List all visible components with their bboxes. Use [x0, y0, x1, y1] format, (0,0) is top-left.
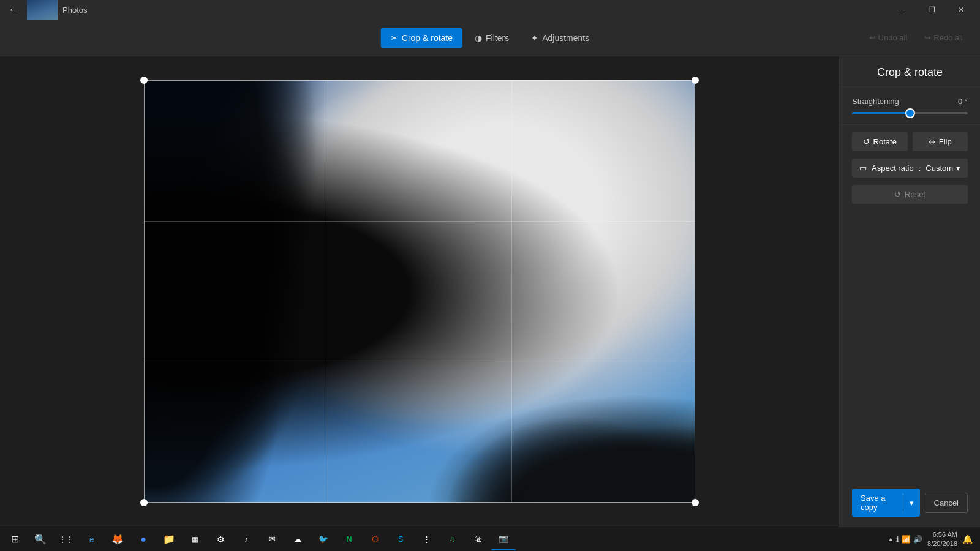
redo-button[interactable]: ↪ Redo all — [919, 31, 968, 45]
taskbar-photos[interactable]: 📷 — [491, 528, 516, 550]
thumbnail-preview — [27, 0, 58, 20]
minimize-button[interactable]: ─ — [888, 0, 916, 20]
save-arrow-icon[interactable]: ▾ — [903, 493, 920, 512]
image-area — [0, 56, 839, 527]
taskbar-app2[interactable]: ⬡ — [363, 528, 387, 550]
handle-bottom-left[interactable] — [140, 499, 148, 506]
tray-show-icon[interactable]: ▲ — [888, 536, 894, 542]
tab-crop-rotate[interactable]: ✂ Crop & rotate — [381, 28, 462, 48]
tab-filters[interactable]: ◑ Filters — [465, 28, 519, 48]
restore-button[interactable]: ❐ — [918, 0, 946, 20]
rotate-label: Rotate — [873, 137, 897, 146]
cancel-button[interactable]: Cancel — [925, 493, 968, 513]
right-panel: Crop & rotate Straightening 0 ° ↺ Rotate… — [839, 56, 980, 527]
back-icon: ← — [9, 4, 18, 15]
flip-label: Flip — [939, 137, 952, 146]
aspect-ratio-colon: : — [919, 163, 921, 173]
filters-icon: ◑ — [475, 33, 482, 43]
taskbar-right: ▲ ℹ 📶 🔊 6:56 AM 8/20/2018 🔔 — [888, 530, 978, 548]
handle-top-left[interactable] — [140, 77, 148, 84]
taskbar-skype[interactable]: S — [388, 528, 413, 550]
straightening-label: Straightening — [852, 97, 899, 106]
chevron-down-icon: ▾ — [956, 163, 960, 173]
taskbar-settings[interactable]: ⚙ — [208, 528, 233, 550]
tray-info-icon: ℹ — [896, 535, 899, 544]
crop-rotate-label: Crop & rotate — [402, 33, 453, 43]
reset-button[interactable]: ↺ Reset — [852, 185, 968, 204]
reset-icon: ↺ — [894, 190, 901, 199]
bottom-buttons: Save a copy ▾ Cancel — [840, 479, 980, 527]
taskbar-edge[interactable]: e — [80, 528, 104, 550]
undo-icon: ↩ — [869, 33, 876, 42]
clock-date: 8/20/2018 — [927, 539, 957, 548]
undo-label: Undo all — [878, 33, 908, 42]
slider-fill — [852, 112, 910, 114]
tray-volume-icon: 🔊 — [913, 535, 922, 544]
main-area: Crop & rotate Straightening 0 ° ↺ Rotate… — [0, 56, 980, 527]
taskbar-chrome[interactable]: ● — [131, 528, 156, 550]
aspect-ratio-left: ▭ Aspect ratio : Custom — [859, 163, 953, 173]
titlebar-left: ← Photos — [5, 0, 87, 20]
action-buttons: ↺ Rotate ⇔ Flip — [840, 125, 980, 159]
back-button[interactable]: ← — [5, 1, 22, 18]
taskbar: ⊞ 🔍 ⋮⋮ e 🦊 ● 📁 ▦ ⚙ ♪ ✉ ☁ 🐦 N ⬡ S ⋮ ♫ 🛍 📷… — [0, 527, 980, 551]
taskbar-explorer[interactable]: 📁 — [157, 528, 181, 550]
aspect-ratio-value: Custom — [925, 163, 953, 173]
aspect-ratio-label: Aspect ratio — [872, 163, 914, 173]
panel-title: Crop & rotate — [840, 56, 980, 87]
toolbar-tabs: ✂ Crop & rotate ◑ Filters ✦ Adjustments — [381, 28, 599, 48]
clock-time: 6:56 AM — [927, 530, 957, 539]
taskbar-tablet[interactable]: ▦ — [183, 528, 207, 550]
taskbar-store[interactable]: 🛍 — [466, 528, 490, 550]
taskbar-search[interactable]: 🔍 — [28, 528, 53, 550]
app-title: Photos — [62, 6, 87, 15]
aspect-ratio-icon: ▭ — [859, 163, 867, 173]
taskbar-app3[interactable]: ⋮ — [414, 528, 439, 550]
straightening-section: Straightening 0 ° — [840, 87, 980, 125]
toolbar: ✂ Crop & rotate ◑ Filters ✦ Adjustments … — [0, 20, 980, 56]
titlebar: ← Photos ─ ❐ ✕ — [0, 0, 980, 20]
photo-trees-bottom — [392, 376, 695, 503]
save-copy-button[interactable]: Save a copy ▾ — [852, 489, 920, 517]
taskbar-firefox[interactable]: 🦊 — [105, 528, 130, 550]
adjustments-icon: ✦ — [531, 33, 538, 43]
aspect-ratio-button[interactable]: ▭ Aspect ratio : Custom ▾ — [852, 159, 968, 178]
system-tray: ▲ ℹ 📶 🔊 — [888, 535, 922, 544]
rotate-button[interactable]: ↺ Rotate — [852, 132, 908, 151]
crop-container[interactable] — [144, 80, 695, 503]
redo-label: Redo all — [933, 33, 963, 42]
rotate-icon: ↺ — [863, 137, 870, 146]
filters-label: Filters — [486, 33, 509, 43]
close-button[interactable]: ✕ — [947, 0, 975, 20]
crop-icon: ✂ — [391, 33, 398, 43]
photo-trees-left — [144, 80, 375, 503]
taskbar-spotify[interactable]: ♫ — [440, 528, 464, 550]
adjustments-label: Adjustments — [542, 33, 589, 43]
taskbar-onedrive[interactable]: ☁ — [285, 528, 310, 550]
taskbar-time[interactable]: 6:56 AM 8/20/2018 — [927, 530, 957, 548]
handle-top-right[interactable] — [692, 77, 699, 84]
tab-adjustments[interactable]: ✦ Adjustments — [521, 28, 599, 48]
taskbar-mail[interactable]: ✉ — [260, 528, 284, 550]
window-controls: ─ ❐ ✕ — [888, 0, 975, 20]
reset-label: Reset — [905, 190, 925, 199]
taskbar-groove[interactable]: ♪ — [234, 528, 258, 550]
toolbar-right: ↩ Undo all ↪ Redo all — [864, 31, 968, 45]
handle-bottom-right[interactable] — [692, 499, 699, 506]
redo-icon: ↪ — [924, 33, 931, 42]
straightening-header: Straightening 0 ° — [852, 97, 968, 106]
taskbar-start[interactable]: ⊞ — [2, 528, 27, 550]
tray-network-icon: 📶 — [902, 535, 911, 544]
flip-button[interactable]: ⇔ Flip — [913, 132, 968, 151]
taskbar-app1[interactable]: N — [337, 528, 361, 550]
straightening-slider-track[interactable] — [852, 112, 968, 114]
taskbar-taskview[interactable]: ⋮⋮ — [54, 528, 78, 550]
flip-icon: ⇔ — [929, 137, 935, 146]
straightening-value: 0 ° — [958, 97, 968, 106]
notification-icon[interactable]: 🔔 — [962, 534, 973, 544]
undo-button[interactable]: ↩ Undo all — [864, 31, 913, 45]
taskbar-twitter[interactable]: 🐦 — [311, 528, 336, 550]
save-label: Save a copy — [852, 489, 903, 517]
slider-thumb[interactable] — [905, 108, 915, 118]
